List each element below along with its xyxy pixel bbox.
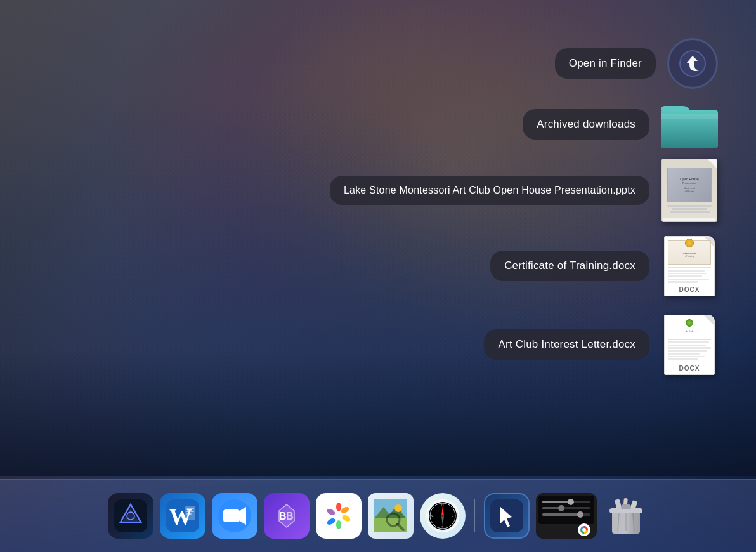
dock-item-affinity-photo[interactable] [108, 493, 153, 539]
svg-rect-51 [538, 496, 594, 524]
svg-point-63 [582, 528, 586, 532]
svg-rect-12 [186, 511, 194, 512]
svg-rect-59 [542, 513, 580, 516]
pptx-preview: Open House Presentation We investall Tou… [662, 159, 717, 222]
docx2-label[interactable]: Art Club Interest Letter.docx [484, 329, 649, 360]
docx1-label[interactable]: Certificate of Training.docx [490, 251, 649, 281]
svg-point-60 [577, 511, 583, 518]
svg-rect-11 [186, 508, 194, 509]
docx2-icon-container: Art Club DOCX [661, 310, 718, 379]
pptx-preview-title: Open House [680, 177, 698, 181]
pptx-icon-container: Open House Presentation We investall Tou… [661, 159, 718, 222]
docx2-label-badge: DOCX [665, 365, 714, 372]
pptx-row: Lake Stone Montessori Art Club Open Hous… [330, 159, 718, 222]
svg-rect-73 [621, 504, 631, 509]
svg-rect-10 [185, 506, 195, 520]
word-icon: W [166, 499, 199, 532]
pptx-label[interactable]: Lake Stone Montessori Art Club Open Hous… [330, 176, 649, 205]
svg-rect-13 [186, 513, 192, 515]
popup-stack: Open in Finder Archived downloads [330, 38, 718, 379]
preview-icon [374, 499, 407, 532]
dock: W B B [0, 479, 756, 552]
docx1-preview: Certificate of Training DOCX [664, 236, 715, 296]
svg-point-57 [558, 505, 564, 511]
share-arrow-icon [679, 49, 707, 77]
safari-icon: N S E W [426, 499, 459, 532]
finder-icon-button[interactable] [667, 38, 718, 89]
svg-point-54 [568, 499, 574, 505]
bbedit-icon: B B [270, 499, 303, 532]
dock-item-system-control[interactable] [536, 493, 597, 539]
archived-downloads-label[interactable]: Archived downloads [523, 109, 649, 140]
svg-rect-15 [223, 509, 240, 522]
dock-item-word[interactable]: W [160, 493, 205, 539]
docx2-preview: Art Club DOCX [664, 315, 715, 375]
folder-icon-container [661, 99, 718, 150]
svg-text:B: B [286, 511, 294, 522]
svg-point-25 [336, 520, 341, 529]
docx1-icon-container: Certificate of Training DOCX [661, 231, 718, 301]
dock-item-zoom[interactable] [212, 493, 257, 539]
svg-text:W: W [430, 514, 433, 518]
photos-icon [322, 499, 355, 532]
folder-icon [661, 101, 718, 148]
svg-point-34 [394, 504, 402, 512]
zoom-icon [218, 499, 251, 532]
pptx-preview-body: We investall Toute [684, 187, 695, 193]
open-finder-row: Open in Finder [330, 38, 718, 89]
system-control-icon [536, 493, 597, 539]
docx1-label-badge: DOCX [665, 286, 714, 293]
dock-item-safari[interactable]: N S E W [420, 493, 466, 539]
dock-item-preview[interactable] [368, 493, 414, 539]
dock-item-photos[interactable] [316, 493, 362, 539]
trash-icon [603, 493, 649, 539]
svg-text:B: B [279, 511, 287, 522]
dock-item-bbedit[interactable]: B B [264, 493, 310, 539]
pptx-preview-subtitle: Presentation [682, 181, 696, 185]
open-finder-button[interactable]: Open in Finder [555, 48, 656, 79]
svg-point-28 [334, 511, 343, 520]
cursor-catcher-icon [490, 499, 523, 532]
svg-point-22 [336, 503, 341, 511]
archived-downloads-row: Archived downloads [330, 99, 718, 150]
dock-item-cursor-catcher[interactable] [484, 493, 530, 539]
svg-rect-3 [661, 114, 718, 119]
svg-rect-53 [542, 501, 571, 503]
dock-item-trash[interactable] [603, 493, 649, 539]
dock-separator [474, 499, 475, 532]
docx2-row: Art Club Interest Letter.docx Art Club [330, 310, 718, 379]
svg-point-47 [441, 515, 444, 517]
affinity-photo-icon [114, 499, 147, 532]
docx1-row: Certificate of Training.docx Certificate… [330, 231, 718, 301]
